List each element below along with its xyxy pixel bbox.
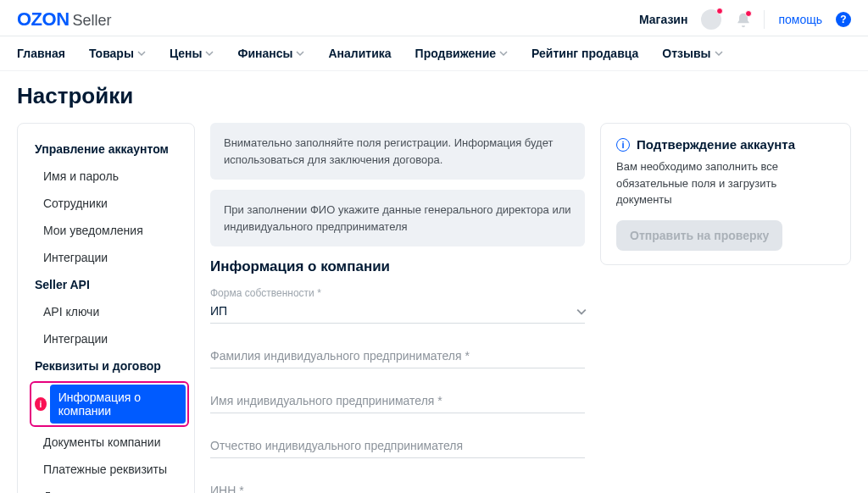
verification-text: Вам необходимо заполнить все обязательны… xyxy=(616,158,835,208)
chevron-down-icon xyxy=(499,49,508,58)
field-lastname: Фамилия индивидуального предпринимателя … xyxy=(210,346,585,368)
verification-panel: i Подтверждение аккаунта Вам необходимо … xyxy=(600,123,851,265)
notice-registration: Внимательно заполняйте поля регистрации.… xyxy=(210,123,585,180)
bell-icon[interactable] xyxy=(735,12,750,27)
settings-sidebar: Управление аккаунтом Имя и пароль Сотруд… xyxy=(17,123,195,493)
main-nav: Главная Товары Цены Финансы Аналитика Пр… xyxy=(0,36,868,71)
sidebar-item-employees[interactable]: Сотрудники xyxy=(18,190,194,217)
sidebar-item-api-keys[interactable]: API ключи xyxy=(18,298,194,325)
section-company-info-title: Информация о компании xyxy=(210,258,585,275)
top-bar: OZON Seller Магазин помощь ? xyxy=(0,0,868,36)
main-form: Внимательно заполняйте поля регистрации.… xyxy=(210,123,585,493)
sidebar-item-contracts[interactable]: Договоры xyxy=(18,483,194,493)
sidebar-section-api: Seller API xyxy=(18,271,194,298)
sidebar-item-integrations-2[interactable]: Интеграции xyxy=(18,325,194,352)
sidebar-item-notifications[interactable]: Мои уведомления xyxy=(18,217,194,244)
logo[interactable]: OZON Seller xyxy=(17,8,112,30)
field-firstname: Имя индивидуального предпринимателя * xyxy=(210,391,585,413)
field-inn: ИНН * xyxy=(210,480,585,493)
page-title: Настройки xyxy=(17,83,851,109)
nav-home[interactable]: Главная xyxy=(17,47,65,60)
sidebar-section-account: Управление аккаунтом xyxy=(18,136,194,163)
submit-verification-button[interactable]: Отправить на проверку xyxy=(616,220,782,251)
nav-finance[interactable]: Финансы xyxy=(237,47,304,60)
ownership-value: ИП xyxy=(210,304,227,318)
logo-sub: Seller xyxy=(73,12,112,30)
shop-selector[interactable]: Магазин xyxy=(639,13,687,26)
alert-icon: i xyxy=(35,397,47,411)
chevron-down-icon xyxy=(296,49,304,58)
sidebar-item-company-docs[interactable]: Документы компании xyxy=(18,429,194,456)
verification-title-row: i Подтверждение аккаунта xyxy=(616,137,835,152)
logo-brand: OZON xyxy=(17,8,70,30)
sidebar-item-integrations-1[interactable]: Интеграции xyxy=(18,244,194,271)
info-icon: i xyxy=(616,138,630,152)
sidebar-item-company-info[interactable]: Информация о компании xyxy=(50,385,186,424)
lastname-input[interactable]: Фамилия индивидуального предпринимателя … xyxy=(210,346,585,368)
divider xyxy=(764,10,765,29)
help-icon[interactable]: ? xyxy=(836,12,851,27)
help-link[interactable]: помощь xyxy=(778,13,822,26)
nav-rating[interactable]: Рейтинг продавца xyxy=(531,47,638,60)
avatar-icon[interactable] xyxy=(701,9,721,30)
sidebar-item-name-password[interactable]: Имя и пароль xyxy=(18,163,194,190)
field-ownership-label: Форма собственности * xyxy=(210,287,585,299)
top-right: Магазин помощь ? xyxy=(639,9,851,30)
patronymic-input[interactable]: Отчество индивидуального предпринимателя xyxy=(210,435,585,458)
sidebar-item-payment-details[interactable]: Платежные реквизиты xyxy=(18,456,194,483)
notice-fio: При заполнении ФИО укажите данные генера… xyxy=(210,190,585,246)
ownership-select[interactable]: ИП xyxy=(210,301,585,324)
sidebar-item-company-info-highlight: i Информация о компании xyxy=(30,381,189,427)
firstname-input[interactable]: Имя индивидуального предпринимателя * xyxy=(210,391,585,413)
chevron-down-icon xyxy=(205,49,214,58)
nav-prices[interactable]: Цены xyxy=(170,47,214,60)
nav-analytics[interactable]: Аналитика xyxy=(328,47,391,60)
avatar-notification-dot xyxy=(716,8,723,14)
field-ownership: Форма собственности * ИП xyxy=(210,287,585,324)
inn-input[interactable]: ИНН * xyxy=(210,480,585,493)
sidebar-section-requisites: Реквизиты и договор xyxy=(18,352,194,379)
nav-reviews[interactable]: Отзывы xyxy=(662,47,722,60)
nav-products[interactable]: Товары xyxy=(89,47,146,60)
nav-promotion[interactable]: Продвижение xyxy=(415,47,508,60)
verification-title: Подтверждение аккаунта xyxy=(637,137,795,152)
field-patronymic: Отчество индивидуального предпринимателя xyxy=(210,435,585,458)
chevron-down-icon xyxy=(715,49,723,58)
chevron-down-icon xyxy=(137,49,146,58)
chevron-down-icon xyxy=(576,307,585,315)
